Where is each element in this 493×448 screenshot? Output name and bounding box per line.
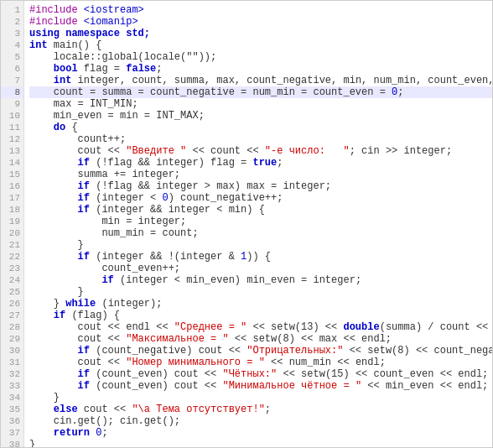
token-kw: true bbox=[252, 157, 277, 169]
token-plain: (count_even) cout << bbox=[90, 380, 222, 392]
token-plain: count_even++; bbox=[29, 263, 180, 274]
token-plain: (integer && integer < min) { bbox=[90, 204, 265, 216]
token-plain bbox=[78, 4, 84, 16]
code-line: return 0; bbox=[29, 427, 493, 439]
token-kw: if bbox=[29, 345, 90, 357]
line-number: 15 bbox=[1, 169, 23, 180]
token-str: "Среднее = " bbox=[174, 321, 246, 333]
code-line: summa += integer; bbox=[29, 169, 493, 180]
token-kw: false bbox=[126, 63, 156, 75]
token-plain: cout << endl << bbox=[29, 321, 174, 333]
token-plain: ; cin >> integer; bbox=[350, 145, 452, 157]
line-number: 37 bbox=[1, 427, 23, 439]
line-number: 33 bbox=[1, 380, 23, 392]
line-number: 11 bbox=[1, 122, 23, 133]
code-line: cout << "Номер минимального = " << num_m… bbox=[29, 357, 493, 368]
code-editor[interactable]: 1234567891011121314151617181920212223242… bbox=[0, 0, 493, 448]
token-str: "Введите " bbox=[126, 145, 186, 157]
token-plain: } bbox=[29, 439, 35, 448]
token-str: "-е число: " bbox=[265, 145, 350, 157]
token-type: bool bbox=[54, 63, 78, 75]
token-plain: count++; bbox=[29, 133, 126, 145]
line-number: 23 bbox=[1, 263, 23, 274]
code-line: cin.get(); cin.get(); bbox=[29, 415, 493, 427]
token-plain: flag = bbox=[78, 63, 127, 75]
line-number: 8 bbox=[1, 86, 23, 98]
token-plain: << setw(8) << count_negative << endl; bbox=[343, 345, 493, 357]
token-plain: ) count_negative++; bbox=[169, 192, 283, 204]
line-number: 38 bbox=[1, 439, 23, 448]
line-number: 35 bbox=[1, 404, 23, 415]
code-line: cout << "Максимальное = " << setw(8) << … bbox=[29, 333, 493, 345]
token-plain: (summa) / count << endl; bbox=[380, 321, 493, 333]
token-plain: cout << bbox=[29, 357, 126, 368]
token-kw: if bbox=[29, 192, 90, 204]
line-number: 5 bbox=[1, 51, 23, 63]
line-number: 25 bbox=[1, 286, 23, 298]
token-plain: integer, count, summa, max, count_negati… bbox=[71, 75, 493, 86]
token-plain: main() { bbox=[48, 39, 102, 51]
token-plain: (!flag && integer) flag = bbox=[90, 157, 252, 169]
code-line: } bbox=[29, 239, 493, 251]
token-plain: (integer < bbox=[90, 192, 162, 204]
token-type: int bbox=[29, 39, 48, 51]
line-number: 26 bbox=[1, 298, 23, 310]
code-line: if (count_negative) cout << "Отрицательн… bbox=[29, 345, 493, 357]
token-plain: locale::global(locale("")); bbox=[29, 51, 216, 63]
token-pp: #include bbox=[29, 16, 78, 28]
code-line: if (!flag && integer > max) max = intege… bbox=[29, 180, 493, 192]
token-plain: << setw(8) << max << endl; bbox=[229, 333, 392, 345]
token-plain: (flag) { bbox=[65, 310, 120, 321]
token-plain: << setw(13) << bbox=[246, 321, 343, 333]
line-number: 21 bbox=[1, 239, 23, 251]
line-numbers: 1234567891011121314151617181920212223242… bbox=[1, 1, 24, 448]
line-number: 17 bbox=[1, 192, 23, 204]
token-pp: #include bbox=[29, 4, 78, 16]
code-line: if (flag) { bbox=[29, 310, 493, 321]
code-line: else cout << "\a Тема отсутствует!"; bbox=[29, 404, 493, 415]
code-line: int main() { bbox=[29, 39, 493, 51]
line-number: 18 bbox=[1, 204, 23, 216]
token-num: 0 bbox=[162, 192, 168, 204]
code-line: bool flag = false; bbox=[29, 63, 493, 75]
token-plain: << min_even << endl; bbox=[361, 380, 488, 392]
token-plain: << count << bbox=[186, 145, 265, 157]
code-line: count_even++; bbox=[29, 263, 493, 274]
line-number: 32 bbox=[1, 368, 23, 380]
token-plain: } bbox=[29, 298, 65, 310]
code-line: count++; bbox=[29, 133, 493, 145]
code-container: 1234567891011121314151617181920212223242… bbox=[1, 1, 492, 448]
token-str: "\a Тема отсутствует!" bbox=[132, 404, 264, 415]
line-number: 19 bbox=[1, 216, 23, 227]
line-number: 2 bbox=[1, 16, 23, 28]
token-str: "Максимальное = " bbox=[126, 333, 228, 345]
token-plain: ; bbox=[156, 63, 162, 75]
code-line: max = INT_MIN; bbox=[29, 98, 493, 110]
token-plain: (integer < min_even) min_even = integer; bbox=[114, 274, 361, 286]
code-line: using namespace std; bbox=[29, 28, 493, 39]
token-plain: (count_even) cout << bbox=[90, 368, 222, 380]
token-plain: } bbox=[29, 239, 84, 251]
token-plain: { bbox=[65, 122, 77, 133]
token-plain: cin.get(); cin.get(); bbox=[29, 415, 180, 427]
code-line: if (integer && integer < min) { bbox=[29, 204, 493, 216]
line-number: 30 bbox=[1, 345, 23, 357]
token-kw: if bbox=[29, 251, 90, 263]
line-number: 16 bbox=[1, 180, 23, 192]
code-line: if (!flag && integer) flag = true; bbox=[29, 157, 493, 169]
code-line: locale::global(locale("")); bbox=[29, 51, 493, 63]
token-kw: if bbox=[29, 180, 90, 192]
line-number: 24 bbox=[1, 274, 23, 286]
token-plain: summa += integer; bbox=[29, 169, 180, 180]
line-number: 14 bbox=[1, 157, 23, 169]
line-number: 28 bbox=[1, 321, 23, 333]
token-plain: (integer); bbox=[96, 298, 162, 310]
token-plain: ; bbox=[101, 427, 107, 439]
code-line: num_min = count; bbox=[29, 227, 493, 239]
code-line: min = integer; bbox=[29, 216, 493, 227]
line-number: 27 bbox=[1, 310, 23, 321]
token-kw: while bbox=[65, 298, 96, 310]
code-line: min_even = min = INT_MAX; bbox=[29, 110, 493, 122]
code-line: #include <iomanip> bbox=[29, 16, 493, 28]
token-plain: cout << bbox=[29, 145, 126, 157]
